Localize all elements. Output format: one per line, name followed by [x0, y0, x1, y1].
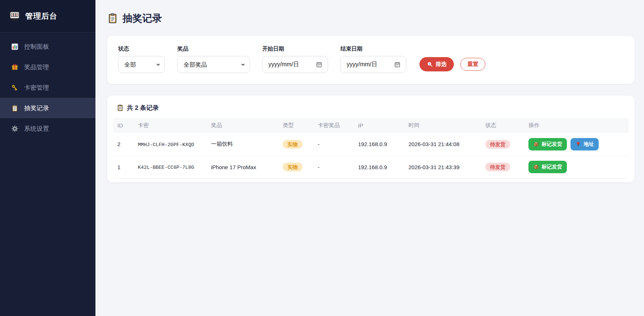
- app-logo: 777 管理后台: [0, 0, 95, 33]
- column-header: ID: [113, 118, 133, 133]
- cell-card-prize: -: [313, 156, 354, 178]
- cell-time: 2026-03-31 21:44:08: [404, 133, 481, 156]
- column-header: IP: [354, 118, 404, 133]
- column-header: 奖品: [207, 118, 278, 133]
- start-date-label: 开始日期: [262, 45, 328, 52]
- clipboard-icon: [107, 13, 118, 24]
- clipboard-icon: [11, 104, 19, 112]
- status-badge: 待发货: [485, 163, 510, 171]
- column-header: 类型: [278, 118, 313, 133]
- table-header-row: ID卡密奖品类型卡密奖品IP时间状态操作: [113, 118, 629, 133]
- cell-card-key: MMHJ-CLFH-2GPF-KXQD: [133, 133, 207, 156]
- column-header: 时间: [404, 118, 481, 133]
- search-icon: [427, 61, 433, 67]
- records-summary: 共 2 条记录: [117, 104, 629, 112]
- card-key: MMHJ-CLFH-2GPF-KXQD: [138, 142, 194, 148]
- column-header: 卡密奖品: [313, 118, 354, 133]
- address-button[interactable]: 地址: [570, 138, 599, 150]
- column-header: 操作: [524, 118, 629, 133]
- sidebar-item-label: 奖品管理: [24, 63, 49, 71]
- cell-id: 1: [113, 156, 133, 178]
- cell-card-prize: -: [313, 133, 354, 156]
- cell-status: 待发货: [481, 133, 524, 156]
- column-header: 状态: [481, 118, 524, 133]
- cell-type: 实物: [278, 133, 313, 156]
- svg-text:7: 7: [11, 14, 13, 17]
- end-date-label: 结束日期: [340, 45, 406, 52]
- start-date-input[interactable]: yyyy/mm/日: [262, 56, 328, 73]
- svg-text:7: 7: [16, 14, 18, 17]
- cell-actions: 标记发货: [524, 156, 629, 178]
- sidebar-item-records[interactable]: 抽奖记录: [0, 98, 95, 118]
- prize-select[interactable]: 全部奖品: [177, 56, 250, 73]
- package-icon: [533, 141, 539, 147]
- mark-shipped-button[interactable]: 标记发货: [528, 138, 567, 150]
- package-icon: [533, 164, 539, 170]
- filter-card: 状态 全部 奖品 全部奖品 开始日期: [107, 36, 634, 84]
- records-table: ID卡密奖品类型卡密奖品IP时间状态操作 2MMHJ-CLFH-2GPF-KXQ…: [113, 118, 629, 179]
- cell-prize: 一箱饮料: [207, 133, 278, 156]
- chart-icon: [11, 43, 19, 51]
- table-row: 2MMHJ-CLFH-2GPF-KXQD一箱饮料实物-192.168.0.920…: [113, 133, 629, 156]
- type-badge: 实物: [283, 163, 302, 171]
- clipboard-icon: [117, 104, 124, 111]
- calendar-icon[interactable]: [394, 61, 401, 68]
- main-content: 抽奖记录 状态 全部 奖品 全部奖品: [95, 0, 644, 316]
- pin-icon: [575, 141, 581, 147]
- gear-icon: [11, 125, 19, 133]
- sidebar-item-label: 抽奖记录: [24, 104, 49, 112]
- cell-actions: 标记发货地址: [524, 133, 629, 156]
- table-row: 1K42L-BBEE-CC6P-7L8GiPhone 17 ProMax实物-1…: [113, 156, 629, 178]
- mark-shipped-button[interactable]: 标记发货: [528, 161, 567, 173]
- cell-prize: iPhone 17 ProMax: [207, 156, 278, 178]
- status-label: 状态: [118, 45, 165, 52]
- cell-ip: 192.168.0.9: [354, 133, 404, 156]
- gift-icon: [11, 63, 19, 71]
- app-title: 管理后台: [25, 11, 57, 21]
- reset-button[interactable]: 重置: [460, 58, 485, 71]
- prize-label: 奖品: [177, 45, 250, 52]
- cell-time: 2026-03-31 21:43:39: [404, 156, 481, 178]
- sidebar-item-settings[interactable]: 系统设置: [0, 118, 95, 139]
- cell-status: 待发货: [481, 156, 524, 178]
- status-badge: 待发货: [485, 140, 510, 149]
- records-summary-text: 共 2 条记录: [127, 104, 159, 112]
- sidebar-item-label: 系统设置: [24, 124, 49, 133]
- table-body: 2MMHJ-CLFH-2GPF-KXQD一箱饮料实物-192.168.0.920…: [113, 133, 629, 178]
- calendar-icon[interactable]: [316, 61, 323, 68]
- sidebar-item-prizes[interactable]: 奖品管理: [0, 57, 95, 77]
- card-key: K42L-BBEE-CC6P-7L8G: [138, 165, 194, 170]
- sidebar-nav: 控制面板奖品管理卡密管理抽奖记录系统设置: [0, 33, 95, 139]
- svg-text:7: 7: [14, 14, 15, 17]
- end-date-input[interactable]: yyyy/mm/日: [340, 56, 406, 73]
- cell-type: 实物: [278, 156, 313, 178]
- page-title-text: 抽奖记录: [123, 12, 162, 25]
- cell-card-key: K42L-BBEE-CC6P-7L8G: [133, 156, 207, 178]
- filter-button[interactable]: 筛选: [419, 57, 454, 71]
- cell-ip: 192.168.0.9: [354, 156, 404, 178]
- sidebar-item-label: 卡密管理: [24, 83, 49, 92]
- sidebar-item-label: 控制面板: [24, 42, 49, 51]
- key-icon: [11, 84, 19, 92]
- type-badge: 实物: [283, 140, 302, 149]
- page-title: 抽奖记录: [107, 12, 634, 25]
- records-card: 共 2 条记录 ID卡密奖品类型卡密奖品IP时间状态操作 2MMHJ-CLFH-…: [107, 96, 634, 182]
- column-header: 卡密: [133, 118, 207, 133]
- status-select[interactable]: 全部: [118, 56, 165, 73]
- sidebar-item-dashboard[interactable]: 控制面板: [0, 36, 95, 57]
- slot-machine-icon: 777: [9, 10, 20, 22]
- cell-id: 2: [113, 133, 133, 156]
- sidebar-item-cardkeys[interactable]: 卡密管理: [0, 77, 95, 98]
- sidebar: 777 管理后台 控制面板奖品管理卡密管理抽奖记录系统设置: [0, 0, 95, 316]
